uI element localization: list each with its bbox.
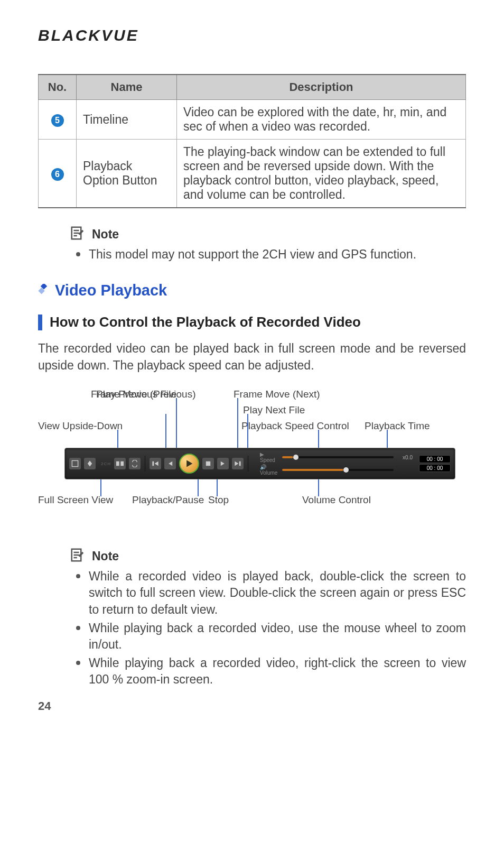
prev-file-icon[interactable] <box>150 458 161 469</box>
subsection-bar-icon <box>38 315 42 330</box>
th-desc: Description <box>177 75 466 100</box>
time-current: 00 : 00 <box>419 455 451 463</box>
speed-label: Speed <box>260 457 275 463</box>
next-file-icon[interactable] <box>232 458 244 469</box>
note-label: Note <box>92 549 119 563</box>
playback-diagram: Frame Move (Previous) Frame Move (Next) … <box>38 389 466 526</box>
note-label: Note <box>92 227 119 242</box>
row-desc: Video can be explored with the date, hr,… <box>177 100 466 140</box>
upside-down-icon[interactable] <box>84 458 96 469</box>
svg-rect-6 <box>72 461 78 467</box>
stop-icon[interactable] <box>202 458 214 469</box>
time-total: 00 : 00 <box>419 464 451 472</box>
body-paragraph: The recorded video can be played back in… <box>38 340 466 374</box>
spec-table: No. Name Description 5 Timeline Video ca… <box>38 74 466 208</box>
label-play-pause: Playback/Pause <box>132 494 204 506</box>
label-upside-down: View Upside-Down <box>38 420 123 432</box>
diamond-bullet-icon <box>38 284 50 298</box>
label-play-prev-file: Play Previous File <box>96 389 176 400</box>
note-item: While playing back a recorded video, use… <box>89 620 466 653</box>
frame-next-icon[interactable] <box>217 458 229 469</box>
note-block-1: Note This model may not support the 2CH … <box>70 225 466 263</box>
svg-rect-10 <box>206 461 210 466</box>
swap-icon[interactable] <box>129 458 141 469</box>
note-item: While a recorded video is played back, d… <box>89 568 466 617</box>
label-playback-time: Playback Time <box>365 420 430 432</box>
volume-label: Volume <box>260 470 277 476</box>
row-desc: The playing-back window can be extended … <box>177 140 466 208</box>
svg-rect-8 <box>120 461 124 466</box>
section-title: Video Playback <box>55 282 167 299</box>
note-icon <box>70 547 86 565</box>
page-number: 24 <box>38 699 51 713</box>
label-fullscreen: Full Screen View <box>38 494 113 506</box>
volume-slider[interactable] <box>282 469 394 471</box>
frame-prev-icon[interactable] <box>164 458 176 469</box>
speed-slider[interactable] <box>282 456 394 458</box>
svg-rect-7 <box>116 461 119 466</box>
th-name: Name <box>77 75 177 100</box>
channel-label: 2CH <box>101 461 111 466</box>
label-frame-next: Frame Move (Next) <box>234 389 320 400</box>
play-pause-button[interactable] <box>179 454 199 474</box>
row-number-badge: 6 <box>51 168 64 181</box>
subsection-title: How to Control the Playback of Recorded … <box>50 314 361 330</box>
th-no: No. <box>39 75 77 100</box>
note-block-2: Note While a recorded video is played ba… <box>70 547 466 687</box>
note-item: While playing back a recorded video, rig… <box>89 655 466 688</box>
label-volume: Volume Control <box>302 494 371 506</box>
svg-rect-11 <box>239 461 241 466</box>
playback-control-bar: 2CH ▶ Speed x0.0 � <box>64 448 455 479</box>
row-name: Timeline <box>77 100 177 140</box>
label-speed-control: Playback Speed Control <box>241 420 349 432</box>
note-icon <box>70 225 86 243</box>
row-name: Playback Option Button <box>77 140 177 208</box>
svg-rect-9 <box>152 461 154 466</box>
label-play-next-file: Play Next File <box>243 404 305 416</box>
table-row: 6 Playback Option Button The playing-bac… <box>39 140 466 208</box>
note-item: This model may not support the 2CH view … <box>89 246 466 263</box>
ch-view-icon[interactable] <box>114 458 126 469</box>
brand-logo: BLACKVUE <box>38 26 466 44</box>
fullscreen-icon[interactable] <box>69 458 81 469</box>
table-row: 5 Timeline Video can be explored with th… <box>39 100 466 140</box>
speed-value: x0.0 <box>397 455 413 460</box>
label-stop: Stop <box>208 494 229 506</box>
row-number-badge: 5 <box>51 114 64 127</box>
